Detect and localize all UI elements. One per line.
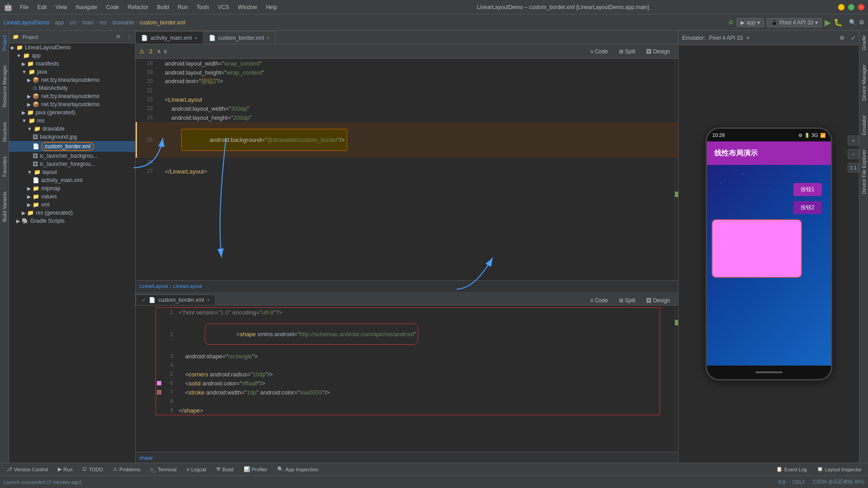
- tree-item-values[interactable]: ▶ 📁 values: [9, 192, 135, 201]
- split-view-btn-bottom[interactable]: ⊞ Split: [614, 296, 640, 305]
- project-sync-icon[interactable]: ⟳: [116, 34, 120, 40]
- tab-custom-border-bottom[interactable]: ✓ 📄 custom_border.xml ×: [136, 295, 216, 305]
- menu-edit[interactable]: Edit: [34, 3, 51, 11]
- menu-build[interactable]: Build: [153, 3, 173, 11]
- tree-item-background-jpg[interactable]: 🖼 background.jpg: [9, 133, 135, 141]
- menu-navigate[interactable]: Navigate: [72, 3, 101, 11]
- bottom-code-area[interactable]: 1 <?xml version="1.0" encoding="utf-8"?>…: [136, 305, 678, 452]
- tree-item-activity-main-xml[interactable]: 📄 activity_main.xml: [9, 176, 135, 184]
- code-line-b2: 2 <shape xmlns:android="http://schemas.a…: [156, 317, 660, 352]
- profiler-btn[interactable]: 📊 Profiler: [239, 465, 272, 473]
- sidebar-item-device-manager[interactable]: Device Manager: [860, 62, 868, 103]
- tree-item-ic-launcher-bg[interactable]: 🖼 ic_launcher_backgrou...: [9, 152, 135, 160]
- split-view-btn[interactable]: ⊞ Split: [614, 47, 640, 56]
- sidebar-item-gradle[interactable]: Gradle: [860, 33, 868, 53]
- search-icon[interactable]: 🔍: [849, 19, 856, 26]
- menu-window[interactable]: Window: [234, 3, 261, 11]
- sidebar-item-structure[interactable]: Structure: [1, 119, 8, 145]
- sidebar-item-buildvariants[interactable]: Build Variants: [1, 189, 8, 225]
- tree-item-java-gen[interactable]: ▶ 📁 java (generated): [9, 108, 135, 117]
- expand-icon[interactable]: ∨: [163, 48, 168, 55]
- code-view-btn-bottom[interactable]: ≡ Code: [586, 296, 613, 305]
- zoom-out-btn[interactable]: −: [848, 149, 859, 159]
- tree-item-res-gen[interactable]: ▶ 📁 res (generated): [9, 209, 135, 217]
- tree-item-layout[interactable]: ▼ 📁 layout: [9, 168, 135, 176]
- project-settings-icon[interactable]: ⋮: [127, 34, 132, 40]
- sidebar-item-favorites[interactable]: Favorites: [1, 154, 8, 179]
- phone-signal-bars: 📶: [820, 133, 826, 138]
- app-icon: 🤖: [4, 3, 13, 11]
- device-dropdown[interactable]: 📱 Pixel 4 API 33 ▾: [767, 18, 822, 27]
- event-log-btn[interactable]: 📋 Event Log: [772, 465, 811, 473]
- tab-activity-main[interactable]: 📄 activity_main.xml ×: [136, 31, 203, 44]
- app-inspection-btn[interactable]: 🔍 App Inspection: [273, 465, 323, 473]
- build-btn[interactable]: ⚒ Build: [212, 465, 238, 473]
- emulator-close[interactable]: ×: [746, 35, 750, 41]
- breadcrumb-linearlayout2[interactable]: LinearLayout: [173, 283, 202, 289]
- menu-view[interactable]: View: [52, 3, 71, 11]
- menu-run[interactable]: Run: [174, 3, 191, 11]
- sidebar-item-project[interactable]: Project: [1, 33, 8, 53]
- collapse-icon[interactable]: ∧: [157, 48, 161, 55]
- logcat-btn[interactable]: ≡ Logcat: [182, 466, 211, 473]
- tree-item-ic-launcher-fg[interactable]: 🖼 ic_launcher_foregrou...: [9, 160, 135, 168]
- tree-item-gradle-scripts[interactable]: ▶ 🐘 Gradle Scripts: [9, 217, 135, 225]
- emulator-settings[interactable]: ⚙: [840, 35, 844, 41]
- sidebar-item-resource[interactable]: Resource Manager: [1, 62, 8, 110]
- code-view-btn[interactable]: ≡ Code: [586, 47, 613, 56]
- tree-item-res[interactable]: ▼ 📁 res: [9, 117, 135, 125]
- menu-tools[interactable]: Tools: [193, 3, 213, 11]
- settings-icon[interactable]: ⚙: [859, 19, 864, 26]
- tree-item-linearLayoutDemo[interactable]: ▶ 📁 LinearLayoutDemo: [9, 43, 135, 52]
- top-code-area[interactable]: 18 android:layout_width="wrap_content" 1…: [136, 59, 678, 280]
- editor-view-toolbar: ⚠ 2 ∧ ∨ ≡ Code ⊞ Split 🖼 Design: [136, 44, 678, 59]
- title-bar: 🤖 File Edit View Navigate Code Refactor …: [0, 0, 868, 14]
- problems-btn[interactable]: ⚠ Problems: [108, 465, 145, 473]
- run-config-icon: ⚙: [728, 19, 734, 26]
- menu-help[interactable]: Help: [262, 3, 281, 11]
- tree-item-xml[interactable]: ▶ 📁 xml: [9, 201, 135, 209]
- tree-item-mipmap[interactable]: ▶ 📁 mipmap: [9, 184, 135, 192]
- run-button[interactable]: ▶: [825, 18, 831, 28]
- tree-item-manifests[interactable]: ▶ 📁 manifests: [9, 60, 135, 68]
- layout-inspector-btn[interactable]: 🔲 Layout Inspector: [812, 465, 866, 473]
- tab-custom-border[interactable]: 📄 custom_border.xml ×: [203, 31, 276, 44]
- emulator-expand[interactable]: ⤢: [851, 35, 855, 41]
- menu-file[interactable]: File: [16, 3, 32, 11]
- phone-nav-indicator: [755, 371, 783, 373]
- zoom-in-btn[interactable]: +: [848, 136, 859, 145]
- breadcrumb-linearlayout[interactable]: LinearLayout: [139, 283, 168, 289]
- xml-highlighted-block: 1 <?xml version="1.0" encoding="utf-8"?>…: [156, 307, 660, 415]
- close-tab-custom[interactable]: ×: [267, 35, 269, 41]
- terminal-btn[interactable]: >_ Terminal: [146, 466, 181, 473]
- tree-item-java[interactable]: ▼ 📁 java: [9, 68, 135, 76]
- design-view-btn[interactable]: 🖼 Design: [642, 47, 675, 56]
- menu-vcs[interactable]: VCS: [214, 3, 233, 11]
- design-view-btn-bottom[interactable]: 🖼 Design: [642, 296, 675, 305]
- breadcrumb-shape[interactable]: shape: [139, 455, 153, 460]
- close-button[interactable]: ×: [858, 4, 864, 10]
- tree-item-drawable[interactable]: ▼ 📁 drawable: [9, 125, 135, 133]
- run-btn[interactable]: ▶ Run: [53, 465, 77, 473]
- close-tab-activity[interactable]: ×: [194, 35, 197, 41]
- run-config-dropdown[interactable]: ▶ app ▾: [736, 18, 764, 27]
- maximize-button[interactable]: □: [848, 4, 854, 10]
- tree-item-mainactivity[interactable]: ⊙ MainActivity: [9, 84, 135, 92]
- zoom-reset-btn[interactable]: 1:1: [848, 163, 859, 173]
- tree-item-package3[interactable]: ▶ 📦 net.fzy.linearlayoutdemo: [9, 100, 135, 108]
- top-code-breadcrumb: LinearLayout › LinearLayout: [136, 280, 678, 291]
- tree-item-package1[interactable]: ▶ 📦 net.fzy.linearlayoutdemo: [9, 76, 135, 84]
- todo-btn[interactable]: ☑ TODO: [78, 465, 108, 473]
- debug-button[interactable]: 🐛: [834, 18, 843, 27]
- version-control-btn[interactable]: ⎇ Version Control: [2, 465, 52, 473]
- menu-refactor[interactable]: Refactor: [124, 3, 152, 11]
- menu-code[interactable]: Code: [103, 3, 123, 11]
- right-panel-tabs: Gradle Device Manager Emulator Device Fi…: [859, 31, 868, 463]
- sidebar-item-emulator[interactable]: Emulator: [860, 113, 868, 138]
- tree-item-app[interactable]: ▼ 📁 app: [9, 52, 135, 60]
- tree-item-custom-border-xml[interactable]: 📄 custom_border.xml: [9, 141, 135, 152]
- close-bottom-tab[interactable]: ×: [207, 297, 209, 303]
- minimize-button[interactable]: −: [838, 4, 844, 10]
- tree-item-package2[interactable]: ▶ 📦 net.fzy.linearlayoutdemo: [9, 92, 135, 100]
- sidebar-item-device-file[interactable]: Device File Explorer: [860, 147, 868, 197]
